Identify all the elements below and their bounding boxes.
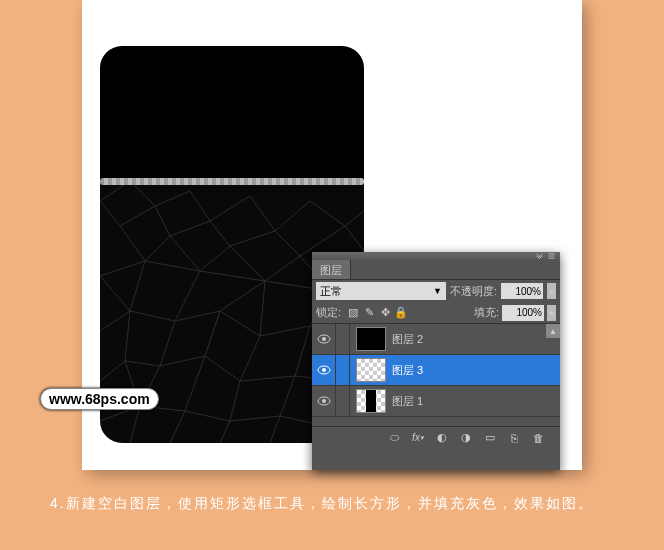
layer-thumbnail <box>356 358 386 382</box>
svg-line-33 <box>175 271 200 321</box>
visibility-toggle[interactable] <box>312 386 336 417</box>
chevron-down-icon: ▼ <box>433 286 442 296</box>
svg-line-62 <box>280 376 295 416</box>
delete-layer-icon[interactable]: 🗑 <box>530 430 546 446</box>
svg-line-6 <box>170 221 210 236</box>
svg-line-26 <box>265 256 300 281</box>
svg-line-10 <box>230 231 275 246</box>
tab-layers[interactable]: 图层 <box>312 260 351 279</box>
panel-footer: ⬭ fx▾ ◐ ◑ ▭ ⎘ 🗑 <box>312 426 560 448</box>
svg-line-59 <box>185 411 230 421</box>
svg-line-7 <box>155 206 170 236</box>
layer-name: 图层 1 <box>392 394 423 409</box>
fill-value[interactable]: 100% <box>502 305 544 321</box>
svg-line-18 <box>120 226 145 261</box>
svg-line-4 <box>155 191 190 206</box>
svg-line-50 <box>295 326 310 376</box>
svg-line-58 <box>185 356 205 411</box>
blend-mode-select[interactable]: 正常 ▼ <box>316 282 446 300</box>
opacity-flyout-icon[interactable]: ▸ <box>547 283 556 299</box>
layer-fx-icon[interactable]: fx▾ <box>410 430 426 446</box>
svg-line-9 <box>250 196 275 231</box>
lock-label: 锁定: <box>316 305 341 320</box>
svg-point-80 <box>322 399 326 403</box>
panel-header[interactable] <box>312 252 560 260</box>
caption-text: 4.新建空白图层，使用矩形选框工具，绘制长方形，并填充灰色，效果如图。 <box>50 490 610 517</box>
svg-line-67 <box>130 406 140 443</box>
blend-mode-value: 正常 <box>320 284 342 299</box>
visibility-toggle[interactable] <box>312 355 336 386</box>
svg-line-51 <box>240 376 295 381</box>
svg-line-12 <box>275 201 310 231</box>
svg-line-37 <box>260 281 265 336</box>
link-layers-icon[interactable]: ⬭ <box>386 430 402 446</box>
adjustment-layer-icon[interactable]: ◑ <box>458 430 474 446</box>
selection-marquee <box>100 176 364 187</box>
svg-line-31 <box>130 261 145 311</box>
layers-panel: 图层 正常 ▼ 不透明度: 100% ▸ 锁定: ▧ ✎ ✥ 🔒 填充: 100… <box>312 252 560 470</box>
svg-line-54 <box>100 361 125 381</box>
lock-all-icon[interactable]: 🔒 <box>394 306 408 320</box>
svg-line-60 <box>230 381 240 421</box>
svg-line-2 <box>120 206 155 226</box>
layer-row[interactable]: 图层 1 <box>312 386 560 417</box>
opacity-label: 不透明度: <box>450 284 497 299</box>
svg-line-17 <box>345 226 364 251</box>
svg-line-32 <box>130 311 175 321</box>
visibility-toggle[interactable] <box>312 324 336 355</box>
svg-line-68 <box>170 411 185 443</box>
layer-name: 图层 2 <box>392 332 423 347</box>
svg-line-42 <box>100 311 130 331</box>
svg-line-15 <box>275 231 300 256</box>
svg-line-19 <box>100 261 145 276</box>
opacity-value[interactable]: 100% <box>501 283 543 299</box>
svg-line-16 <box>345 211 364 226</box>
svg-line-38 <box>260 326 310 336</box>
panel-tabs: 图层 <box>312 260 560 280</box>
svg-line-30 <box>100 276 130 311</box>
layer-thumbnail <box>356 389 386 413</box>
lock-transparency-icon[interactable]: ▧ <box>346 306 360 320</box>
svg-line-46 <box>205 311 220 356</box>
svg-line-24 <box>230 246 265 281</box>
svg-line-5 <box>190 191 210 221</box>
collapse-icon[interactable] <box>535 253 544 259</box>
layer-name: 图层 3 <box>392 363 423 378</box>
svg-line-47 <box>160 356 205 366</box>
svg-line-34 <box>175 311 220 321</box>
svg-line-43 <box>125 311 130 361</box>
layer-row[interactable]: 图层 2 <box>312 324 560 355</box>
svg-line-36 <box>220 311 260 336</box>
svg-line-13 <box>310 201 345 226</box>
svg-line-3 <box>100 201 120 226</box>
svg-line-48 <box>240 336 260 381</box>
shape-rounded-top <box>100 46 364 181</box>
fill-label: 填充: <box>474 305 499 320</box>
layer-thumbnail <box>356 327 386 351</box>
svg-point-76 <box>322 337 326 341</box>
layer-row-selected[interactable]: 图层 3 <box>312 355 560 386</box>
svg-line-49 <box>205 356 240 381</box>
svg-line-69 <box>220 421 230 443</box>
svg-line-35 <box>220 281 265 311</box>
svg-line-45 <box>125 361 160 366</box>
svg-line-8 <box>210 196 250 221</box>
layer-mask-icon[interactable]: ◐ <box>434 430 450 446</box>
svg-line-22 <box>145 261 200 271</box>
svg-line-44 <box>160 321 175 366</box>
lock-pixels-icon[interactable]: ✎ <box>362 306 376 320</box>
svg-line-23 <box>200 246 230 271</box>
scroll-up-icon[interactable]: ▲ <box>546 324 560 338</box>
lock-position-icon[interactable]: ✥ <box>378 306 392 320</box>
svg-line-25 <box>200 271 265 281</box>
svg-line-11 <box>210 221 230 246</box>
fill-flyout-icon[interactable]: ▸ <box>547 305 556 321</box>
group-icon[interactable]: ▭ <box>482 430 498 446</box>
svg-line-61 <box>230 416 280 421</box>
menu-icon[interactable] <box>547 253 556 259</box>
svg-line-21 <box>170 236 200 271</box>
new-layer-icon[interactable]: ⎘ <box>506 430 522 446</box>
watermark: www.68ps.com <box>40 388 159 410</box>
svg-line-20 <box>145 236 170 261</box>
layer-list: ▲ 图层 2 图层 3 图层 1 ⬭ fx▾ ◐ ◑ ▭ ⎘ 🗑 <box>312 324 560 448</box>
